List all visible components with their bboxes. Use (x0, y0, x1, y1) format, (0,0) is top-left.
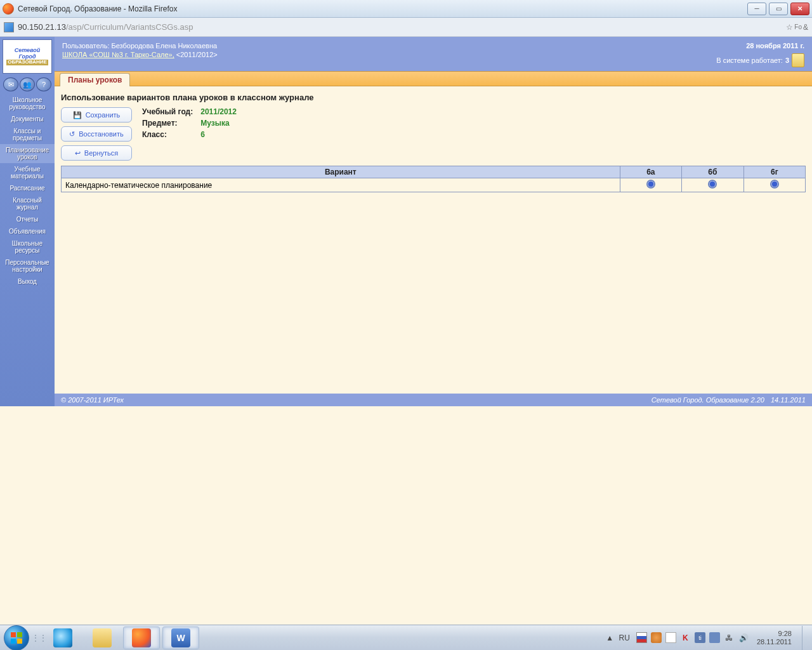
save-button[interactable]: 💾 Сохранить (61, 107, 132, 123)
footer-build-date: 14.11.2011 (771, 396, 806, 404)
nav-classes-subjects[interactable]: Классы и предметы (0, 125, 55, 144)
nav-announcements[interactable]: Объявления (0, 225, 55, 237)
save-icon: 💾 (73, 111, 82, 119)
window-titlebar: Сетевой Город. Образование - Mozilla Fir… (0, 0, 812, 18)
system-tray: ▲ RU 🏳 K ti 🖧 🔊 9:28 28.11.2011 (605, 626, 808, 650)
nav-school-management[interactable]: Школьное руководство (0, 94, 55, 113)
url-path: /asp/Curriculum/VariantsCSGs.asp (66, 22, 193, 32)
windows-logo-icon (10, 632, 23, 644)
restore-icon: ↺ (69, 130, 75, 138)
footer-copyright: © 2007-2011 ИРТех (61, 396, 124, 404)
close-button[interactable]: ✕ (790, 3, 809, 15)
start-button[interactable] (4, 625, 29, 651)
task-explorer[interactable] (84, 627, 121, 649)
java-icon[interactable] (651, 632, 662, 643)
row-label: Календарно-тематическое планирование (62, 178, 620, 192)
subject-label: Предмет: (138, 117, 197, 129)
nav-lesson-planning[interactable]: Планирование уроков (0, 144, 55, 163)
task-ie[interactable] (44, 627, 81, 649)
nav-reports[interactable]: Отчеты (0, 213, 55, 225)
col-variant: Вариант (62, 166, 620, 178)
school-link[interactable]: ШКОЛА «СОШ №3 г. Тарко-Сале», (62, 51, 174, 58)
users-icon[interactable]: 👥 (20, 77, 35, 91)
tray-app-icon-2[interactable] (709, 632, 720, 643)
language-indicator[interactable]: RU (619, 633, 630, 642)
col-6g: 6г (743, 166, 805, 178)
tab-lesson-plans[interactable]: Планы уроков (60, 73, 130, 86)
app-logo: Сетевой Город ОБРАЗОВАНИЕ (3, 39, 52, 74)
class-label: Класс: (138, 129, 197, 140)
footer-product: Сетевой Город. Образование 2.20 (652, 396, 764, 404)
address-bar: 90.150.21.13/asp/Curriculum/VariantsCSGs… (0, 18, 812, 37)
network-icon[interactable]: 🖧 (724, 632, 735, 643)
col-6a: 6а (620, 166, 681, 178)
page-heading: Использование вариантов плана уроков в к… (61, 93, 806, 102)
show-desktop-button[interactable] (802, 626, 808, 650)
tray-arrow-icon[interactable]: ▲ (605, 632, 615, 643)
svg-rect-0 (11, 632, 16, 637)
back-button[interactable]: ↩ Вернуться (61, 145, 132, 161)
tab-strip: Планы уроков (55, 71, 812, 86)
volume-icon[interactable]: 🔊 (738, 632, 749, 643)
ampersand-icon[interactable]: & (803, 23, 808, 32)
online-count: 3 (785, 56, 789, 64)
empty-area (0, 406, 812, 625)
task-word[interactable]: W (162, 627, 199, 649)
svg-rect-1 (17, 632, 22, 637)
task-firefox[interactable] (123, 627, 160, 649)
year-label: Учебный год: (138, 106, 197, 117)
nav-materials[interactable]: Учебные материалы (0, 163, 55, 182)
subject-value: Музыка (197, 117, 240, 129)
user-name: Безбородова Елена Николаевна (112, 42, 218, 50)
window-title: Сетевой Город. Образование - Mozilla Fir… (18, 4, 747, 13)
col-6b: 6б (681, 166, 743, 178)
app-header: Пользователь: Безбородова Елена Николаев… (55, 37, 812, 71)
taskbar: ⋮⋮ W ▲ RU 🏳 K ti 🖧 🔊 9:28 28.11.2011 (0, 625, 812, 650)
kaspersky-icon[interactable]: K (680, 632, 691, 643)
flag-icon[interactable] (636, 632, 647, 643)
taskbar-grip: ⋮⋮ (32, 633, 41, 642)
ie-icon (53, 628, 72, 647)
year-value: 2011/2012 (197, 106, 240, 117)
sidebar: Сетевой Город ОБРАЗОВАНИЕ ✉ 👥 ? Школьное… (0, 37, 55, 406)
online-badge-icon (792, 53, 804, 67)
taskbar-clock[interactable]: 9:28 28.11.2011 (757, 630, 796, 646)
minimize-button[interactable]: ─ (747, 3, 766, 15)
table-row: Календарно-тематическое планирование (62, 178, 806, 192)
folder-icon (93, 628, 112, 647)
maximize-button[interactable]: ▭ (769, 3, 788, 15)
word-icon: W (171, 628, 190, 647)
nav-class-journal[interactable]: Классный журнал (0, 194, 55, 213)
online-label: В системе работает: (716, 56, 783, 64)
restore-button[interactable]: ↺ Восстановить (61, 126, 132, 142)
app-footer: © 2007-2011 ИРТех Сетевой Город. Образов… (55, 394, 812, 406)
feed-icon[interactable]: Fo (794, 23, 802, 30)
action-center-icon[interactable]: 🏳 (665, 632, 676, 643)
radio-6g[interactable] (770, 180, 779, 189)
nav-exit[interactable]: Выход (0, 275, 55, 288)
site-identity-icon[interactable] (4, 22, 14, 32)
firefox-task-icon (132, 628, 151, 647)
radio-6a[interactable] (646, 180, 655, 189)
mail-icon[interactable]: ✉ (3, 77, 18, 91)
class-value: 6 (197, 129, 240, 140)
header-date: 28 ноября 2011 г. (716, 42, 804, 50)
nav-documents[interactable]: Документы (0, 113, 55, 125)
url-input[interactable]: 90.150.21.13/asp/Curriculum/VariantsCSGs… (18, 22, 782, 32)
nav-school-resources[interactable]: Школьные ресурсы (0, 237, 55, 256)
bookmark-star-icon[interactable]: ☆ (786, 23, 793, 32)
info-table: Учебный год: 2011/2012 Предмет: Музыка К… (138, 106, 240, 140)
svg-rect-3 (17, 639, 22, 644)
help-icon[interactable]: ? (36, 77, 51, 91)
tray-app-icon-1[interactable]: ti (695, 632, 705, 643)
user-label: Пользователь: (62, 42, 109, 50)
firefox-icon (3, 3, 14, 15)
school-year: <2011/2012> (176, 51, 218, 58)
variants-table: Вариант 6а 6б 6г Календарно-тематическое… (61, 166, 806, 192)
url-host: 90.150.21.13 (18, 22, 66, 32)
back-icon: ↩ (75, 149, 81, 157)
svg-rect-2 (11, 639, 16, 644)
nav-personal-settings[interactable]: Персональные настройки (0, 256, 55, 275)
nav-schedule[interactable]: Расписание (0, 182, 55, 194)
radio-6b[interactable] (708, 180, 717, 189)
